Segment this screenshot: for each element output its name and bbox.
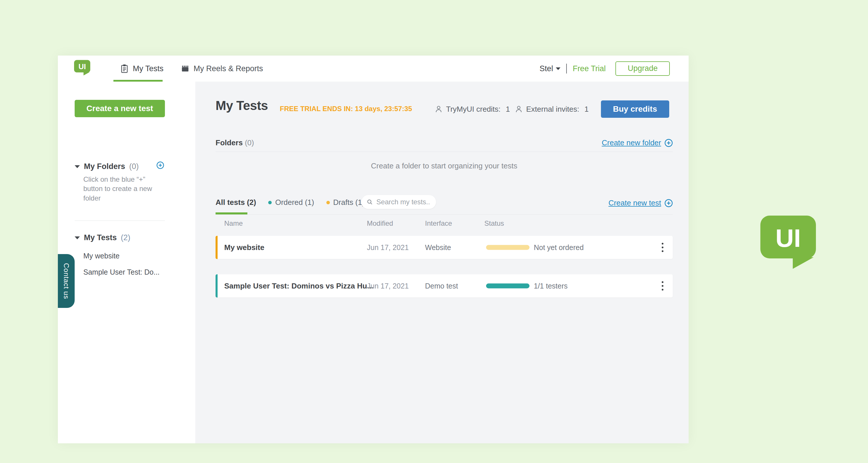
row-accent-bar xyxy=(216,274,218,298)
status-label: Not yet ordered xyxy=(534,243,584,252)
row-accent-bar xyxy=(216,236,218,259)
ordered-dot-icon xyxy=(268,201,272,204)
search-icon xyxy=(367,198,373,206)
search-input[interactable] xyxy=(376,198,431,206)
tab-label: Drafts (1) xyxy=(333,198,365,207)
tests-filter-tabs: All tests (2) Ordered (1) Drafts (1) xyxy=(216,198,365,207)
credits-area: TryMyUI credits: 1 External invites: 1 B… xyxy=(435,100,669,118)
section-count: (0) xyxy=(129,162,139,171)
test-modified-date: Jun 17, 2021 xyxy=(367,243,409,252)
create-new-test-button[interactable]: Create a new test xyxy=(75,100,165,117)
folders-title-text: Folders xyxy=(216,138,243,147)
active-tab-underline xyxy=(216,212,247,214)
tab-ordered[interactable]: Ordered (1) xyxy=(268,198,314,207)
folders-empty-message: Create a folder to start organizing your… xyxy=(216,161,673,171)
tab-all-tests[interactable]: All tests (2) xyxy=(216,198,256,207)
row-menu-button[interactable] xyxy=(660,241,665,254)
collapse-caret-icon xyxy=(75,165,80,168)
svg-text:UI: UI xyxy=(775,224,801,252)
test-name: My website xyxy=(224,243,265,252)
section-title: My Tests xyxy=(84,233,117,242)
trymyui-credits: TryMyUI credits: 1 xyxy=(435,105,510,114)
app-header: UI My Tests xyxy=(58,56,689,82)
search-box xyxy=(361,195,436,209)
app-window: UI My Tests xyxy=(58,56,689,443)
sidebar-item-sample-user-test[interactable]: Sample User Test: Do... xyxy=(83,268,160,276)
collapse-caret-icon xyxy=(75,237,80,239)
test-interface: Demo test xyxy=(425,282,458,290)
film-icon xyxy=(181,64,189,73)
divider xyxy=(75,220,165,221)
divider xyxy=(216,214,673,215)
plus-circle-icon xyxy=(664,199,673,207)
invites-value: 1 xyxy=(585,105,589,114)
add-folder-button[interactable] xyxy=(157,161,164,169)
buy-credits-button[interactable]: Buy credits xyxy=(601,100,670,118)
drafts-dot-icon xyxy=(327,201,330,204)
account-area: Stel Free Trial Upgrade xyxy=(539,56,670,82)
credits-value: 1 xyxy=(506,105,510,114)
sidebar-section-my-folders[interactable]: My Folders (0) xyxy=(75,162,139,171)
section-count: (2) xyxy=(121,233,130,242)
nav-tab-label: My Reels & Reports xyxy=(193,64,263,73)
page-background: UI My Tests xyxy=(0,0,868,463)
user-menu[interactable]: Stel xyxy=(539,64,561,73)
upgrade-button[interactable]: Upgrade xyxy=(615,61,670,76)
contact-us-label: Contact us xyxy=(62,263,70,299)
table-header: Name Modified Interface Status xyxy=(216,219,673,227)
page-title: My Tests xyxy=(216,98,268,113)
main-nav: My Tests My Reels & Reports xyxy=(120,56,263,82)
sidebar: Create a new test My Folders (0) Click o… xyxy=(58,82,195,443)
progress-bar xyxy=(486,245,529,250)
create-test-label: Create new test xyxy=(609,198,661,208)
tab-label: All tests (2) xyxy=(216,198,256,207)
plus-circle-icon xyxy=(664,139,673,147)
contact-us-button[interactable]: Contact us xyxy=(58,254,75,308)
trymyui-watermark-logo: UI xyxy=(761,216,816,270)
nav-tab-my-reels-reports[interactable]: My Reels & Reports xyxy=(181,64,263,73)
sidebar-item-my-website[interactable]: My website xyxy=(83,252,120,260)
main-content: My Tests FREE TRIAL ENDS IN: 13 days, 23… xyxy=(195,82,689,443)
external-invites: External invites: 1 xyxy=(515,105,589,114)
credits-label: TryMyUI credits: xyxy=(446,105,500,114)
row-menu-button[interactable] xyxy=(660,280,665,292)
folders-section-title: Folders (0) xyxy=(216,138,254,147)
sidebar-section-my-tests[interactable]: My Tests (2) xyxy=(75,233,130,242)
test-modified-date: Jun 17, 2021 xyxy=(367,282,409,290)
tab-label: Ordered (1) xyxy=(275,198,314,207)
divider xyxy=(566,64,567,73)
tab-drafts[interactable]: Drafts (1) xyxy=(327,198,365,207)
chevron-down-icon xyxy=(556,67,560,70)
column-header-status: Status xyxy=(484,219,504,227)
invites-label: External invites: xyxy=(526,105,580,114)
plan-badge: Free Trial xyxy=(572,64,606,73)
create-new-test-link[interactable]: Create new test xyxy=(609,198,673,208)
create-folder-label: Create new folder xyxy=(602,138,661,147)
column-header-modified: Modified xyxy=(367,219,393,227)
test-name: Sample User Test: Dominos vs Pizza Hu... xyxy=(224,282,373,290)
column-header-name: Name xyxy=(224,219,243,227)
folders-helper-text: Click on the blue “+” button to create a… xyxy=(83,175,156,203)
section-title: My Folders xyxy=(84,162,125,171)
create-new-folder-link[interactable]: Create new folder xyxy=(602,138,673,147)
test-interface: Website xyxy=(425,243,451,252)
nav-tab-my-tests[interactable]: My Tests xyxy=(120,64,163,73)
folders-count: (0) xyxy=(245,138,254,147)
status-label: 1/1 testers xyxy=(534,282,568,290)
table-row[interactable]: Sample User Test: Dominos vs Pizza Hu...… xyxy=(216,274,673,298)
column-header-interface: Interface xyxy=(425,219,452,227)
divider xyxy=(216,152,673,152)
nav-tab-label: My Tests xyxy=(133,64,163,73)
person-icon xyxy=(435,105,443,113)
free-trial-countdown: FREE TRIAL ENDS IN: 13 days, 23:57:35 xyxy=(280,105,412,113)
clipboard-icon xyxy=(120,64,129,73)
logo-bubble-icon: UI xyxy=(74,60,90,75)
logo-bubble-icon: UI xyxy=(761,216,816,269)
svg-text:UI: UI xyxy=(79,62,86,71)
table-row[interactable]: My website Jun 17, 2021 Website Not yet … xyxy=(216,236,673,259)
trymyui-logo[interactable]: UI xyxy=(74,60,90,77)
progress-bar xyxy=(486,284,529,288)
username-label: Stel xyxy=(539,64,553,73)
person-icon xyxy=(515,105,523,113)
